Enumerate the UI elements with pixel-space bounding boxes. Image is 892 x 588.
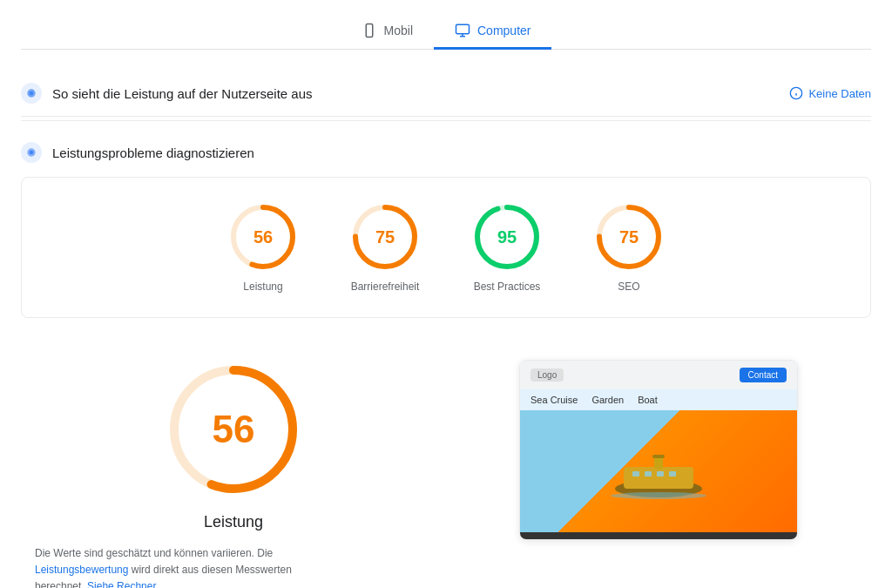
preview-nav-boat: Boat — [638, 395, 658, 405]
mobile-icon — [362, 23, 377, 38]
metric-best-practices-circle: 95 — [472, 202, 542, 272]
score-description: Die Werte sind geschätzt und können vari… — [35, 545, 331, 588]
svg-point-6 — [30, 91, 34, 96]
metrics-row: 56 Leistung 75 Barrierefreiheit — [43, 202, 849, 293]
ship-illustration — [606, 441, 711, 502]
score-name: Leistung — [164, 513, 303, 531]
metrics-card: 56 Leistung 75 Barrierefreiheit — [21, 177, 871, 318]
info-icon — [789, 86, 803, 100]
svg-rect-0 — [366, 24, 373, 37]
no-data-link[interactable]: Keine Daten — [789, 86, 871, 100]
preview-logo: Logo — [530, 368, 564, 382]
svg-rect-28 — [654, 456, 663, 469]
tab-bar: Mobil Computer — [21, 14, 871, 50]
svg-rect-23 — [624, 467, 693, 489]
metric-barrierefreiheit: 75 Barrierefreiheit — [350, 202, 420, 293]
svg-rect-25 — [645, 471, 652, 476]
metric-seo-label: SEO — [618, 280, 639, 293]
svg-rect-27 — [669, 471, 676, 476]
metric-leistung-value: 56 — [253, 227, 273, 247]
metric-barrierefreiheit-circle: 75 — [350, 202, 420, 272]
diagnose-title: Leistungsprobleme diagnostizieren — [52, 145, 254, 160]
tab-computer[interactable]: Computer — [434, 14, 551, 50]
preview-nav-garden: Garden — [591, 395, 624, 405]
performance-section-header: So sieht die Leistung auf der Nutzerseit… — [21, 71, 871, 117]
preview-image — [520, 410, 797, 532]
tab-mobil[interactable]: Mobil — [341, 14, 434, 50]
big-score-circle: 56 — [164, 360, 303, 499]
metric-seo: 75 SEO — [594, 202, 664, 293]
svg-point-30 — [611, 492, 706, 499]
tab-mobil-label: Mobil — [384, 24, 413, 37]
metric-barrierefreiheit-label: Barrierefreiheit — [351, 280, 420, 293]
score-link2[interactable]: Siehe Rechner — [87, 580, 156, 588]
svg-rect-26 — [657, 471, 664, 476]
svg-rect-29 — [652, 455, 665, 458]
preview-nav-sea-cruise: Sea Cruise — [530, 395, 578, 405]
score-right-panel: Logo Contact Sea Cruise Garden Boat — [460, 339, 857, 588]
metric-best-practices-label: Best Practices — [474, 280, 541, 293]
metric-best-practices: 95 Best Practices — [472, 202, 542, 293]
no-data-label: Keine Daten — [808, 87, 871, 100]
metric-leistung-label: Leistung — [243, 280, 282, 293]
svg-rect-2 — [456, 24, 470, 34]
metric-best-practices-value: 95 — [497, 227, 517, 247]
diagnose-icon — [21, 142, 42, 163]
score-desc-pre: Die Werte sind geschätzt und können vari… — [35, 547, 273, 559]
svg-point-11 — [30, 151, 34, 155]
metric-leistung-circle: 56 — [228, 202, 298, 272]
svg-rect-24 — [632, 471, 639, 476]
metric-barrierefreiheit-value: 75 — [375, 227, 395, 247]
diagnose-section-header: Leistungsprobleme diagnostizieren — [21, 125, 871, 177]
tab-computer-label: Computer — [477, 24, 530, 37]
preview-bottom-bar — [520, 532, 797, 539]
preview-nav: Sea Cruise Garden Boat — [520, 389, 797, 410]
preview-card: Logo Contact Sea Cruise Garden Boat — [519, 360, 798, 540]
metric-leistung: 56 Leistung — [228, 202, 298, 293]
desktop-icon — [455, 23, 470, 38]
section1-title: So sieht die Leistung auf der Nutzerseit… — [52, 86, 313, 101]
score-detail: 56 Leistung Die Werte sind geschätzt und… — [21, 339, 871, 588]
score-link1[interactable]: Leistungsbewertung — [35, 564, 128, 576]
preview-contact-btn: Contact — [740, 368, 787, 382]
metric-seo-circle: 75 — [594, 202, 664, 272]
divider1 — [21, 120, 871, 121]
score-left-panel: 56 Leistung Die Werte sind geschätzt und… — [35, 339, 432, 588]
section1-icon — [21, 83, 42, 104]
score-desc-post: . — [156, 580, 159, 588]
metric-seo-value: 75 — [619, 227, 639, 247]
section-header-left: So sieht die Leistung auf der Nutzerseit… — [21, 83, 313, 104]
big-score-value: 56 — [213, 408, 255, 451]
preview-topbar: Logo Contact — [520, 361, 797, 389]
